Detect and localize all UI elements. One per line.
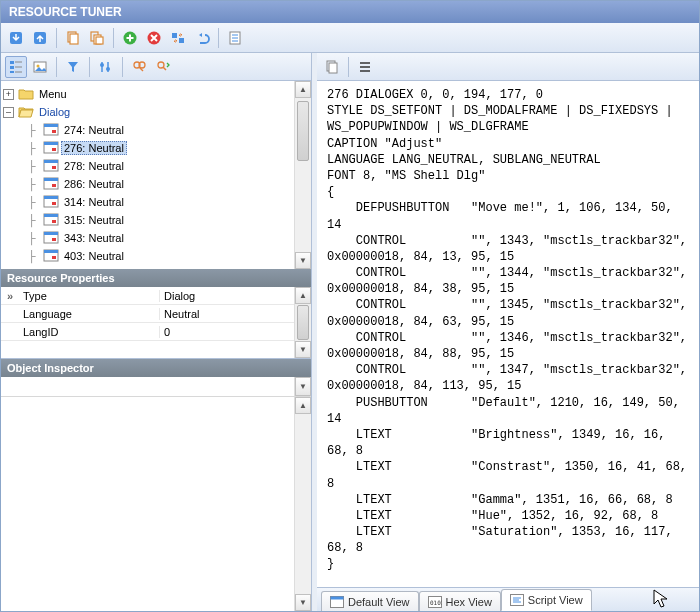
tune-button[interactable]: [95, 56, 117, 78]
window-icon: [330, 596, 344, 608]
copy-multi-button[interactable]: [86, 27, 108, 49]
tree-item[interactable]: ├ 403: Neutral: [3, 247, 309, 265]
prop-key: Language: [19, 308, 159, 320]
find-button[interactable]: [128, 56, 150, 78]
scroll-thumb[interactable]: [297, 101, 309, 161]
separator: [218, 28, 219, 48]
dialog-icon: [43, 123, 59, 137]
dialog-icon: [43, 195, 59, 209]
tree-item-label: 278: Neutral: [61, 159, 127, 173]
svg-rect-43: [52, 184, 56, 187]
tree-scrollbar[interactable]: ▲ ▼: [294, 81, 311, 269]
scroll-up-icon[interactable]: ▲: [295, 81, 311, 98]
tree-item[interactable]: ├ 314: Neutral: [3, 193, 309, 211]
tree-label: Dialog: [36, 105, 73, 119]
prop-key: LangID: [19, 326, 159, 338]
prop-row[interactable]: LangID 0: [1, 323, 294, 341]
scroll-up-icon[interactable]: ▲: [295, 397, 311, 414]
copy-button[interactable]: [321, 56, 343, 78]
collapse-icon[interactable]: –: [3, 107, 14, 118]
dialog-icon: [43, 141, 59, 155]
scroll-down-icon[interactable]: ▼: [295, 252, 311, 269]
svg-rect-36: [44, 142, 58, 145]
copy-single-button[interactable]: [62, 27, 84, 49]
add-button[interactable]: [119, 27, 141, 49]
prop-value: Dialog: [159, 290, 294, 302]
separator: [56, 57, 57, 77]
undo-button[interactable]: [191, 27, 213, 49]
image-view-button[interactable]: [29, 56, 51, 78]
tree-line: ├: [23, 160, 41, 172]
prop-value: 0: [159, 326, 294, 338]
inspector-scrollbar[interactable]: ▲ ▼: [294, 397, 311, 611]
swap-button[interactable]: [167, 27, 189, 49]
svg-rect-3: [70, 34, 78, 44]
upload-button[interactable]: [29, 27, 51, 49]
tab-default-view[interactable]: Default View: [321, 591, 419, 611]
tree-item-selected[interactable]: ├ 276: Neutral: [3, 139, 309, 157]
tree-node-dialog[interactable]: – Dialog: [3, 103, 309, 121]
resource-tree: + Menu – Dialog ├ 274: Neutral: [1, 81, 311, 269]
svg-rect-55: [52, 256, 56, 259]
tab-label: Default View: [348, 596, 410, 608]
svg-text:0101: 0101: [430, 599, 442, 606]
tree-item[interactable]: ├ 278: Neutral: [3, 157, 309, 175]
prop-row[interactable]: » Type Dialog: [1, 287, 294, 305]
list-button[interactable]: [224, 27, 246, 49]
tree-item-label: 314: Neutral: [61, 195, 127, 209]
row-handle-icon: »: [1, 290, 19, 302]
svg-rect-57: [329, 63, 337, 73]
prop-row[interactable]: Language Neutral: [1, 305, 294, 323]
tree-item[interactable]: ├ 286: Neutral: [3, 175, 309, 193]
tab-hex-view[interactable]: 0101 Hex View: [419, 591, 501, 611]
tree-item-label: 315: Neutral: [61, 213, 127, 227]
left-pane: + Menu – Dialog ├ 274: Neutral: [1, 53, 312, 611]
expand-icon[interactable]: +: [3, 89, 14, 100]
props-scrollbar[interactable]: ▲ ▼: [294, 287, 311, 358]
tree-node-menu[interactable]: + Menu: [3, 85, 309, 103]
dialog-icon: [43, 159, 59, 173]
separator: [348, 57, 349, 77]
tree-item[interactable]: ├ 315: Neutral: [3, 211, 309, 229]
tab-script-view[interactable]: Script View: [501, 589, 592, 611]
tree-item[interactable]: ├ 274: Neutral: [3, 121, 309, 139]
script-icon: [510, 594, 524, 606]
dropdown-icon[interactable]: ▼: [295, 377, 311, 396]
tree-view-button[interactable]: [5, 56, 27, 78]
view-tabs: Default View 0101 Hex View Script View: [317, 587, 699, 611]
dialog-icon: [43, 231, 59, 245]
lines-button[interactable]: [354, 56, 376, 78]
tree-label: Menu: [36, 87, 70, 101]
svg-point-26: [106, 67, 110, 71]
svg-rect-54: [44, 250, 58, 253]
download-button[interactable]: [5, 27, 27, 49]
filter-button[interactable]: [62, 56, 84, 78]
scroll-down-icon[interactable]: ▼: [295, 594, 311, 611]
tree-line: ├: [23, 196, 41, 208]
folder-icon: [18, 87, 34, 101]
inspector-dropdown[interactable]: ▼: [1, 377, 311, 397]
svg-line-31: [163, 67, 166, 70]
svg-rect-9: [172, 33, 177, 38]
separator: [113, 28, 114, 48]
remove-button[interactable]: [143, 27, 165, 49]
svg-rect-34: [52, 130, 56, 133]
script-code-view[interactable]: 276 DIALOGEX 0, 0, 194, 177, 0 STYLE DS_…: [317, 81, 699, 587]
object-inspector-header: Object Inspector: [1, 359, 311, 377]
tree-item-label: 286: Neutral: [61, 177, 127, 191]
tree-line: ├: [23, 232, 41, 244]
tab-label: Script View: [528, 594, 583, 606]
tree-item[interactable]: ├ 343: Neutral: [3, 229, 309, 247]
title-bar: RESOURCE TUNER: [1, 1, 699, 23]
tree-content: + Menu – Dialog ├ 274: Neutral: [1, 81, 311, 269]
svg-rect-6: [96, 37, 103, 44]
find-replace-button[interactable]: [152, 56, 174, 78]
scroll-thumb[interactable]: [297, 305, 309, 340]
folder-open-icon: [18, 105, 34, 119]
svg-rect-40: [52, 166, 56, 169]
resource-properties-panel: » Type Dialog Language Neutral LangID 0 …: [1, 287, 311, 359]
tree-line: ├: [23, 214, 41, 226]
main-area: + Menu – Dialog ├ 274: Neutral: [1, 53, 699, 611]
scroll-up-icon[interactable]: ▲: [295, 287, 311, 304]
scroll-down-icon[interactable]: ▼: [295, 341, 311, 358]
